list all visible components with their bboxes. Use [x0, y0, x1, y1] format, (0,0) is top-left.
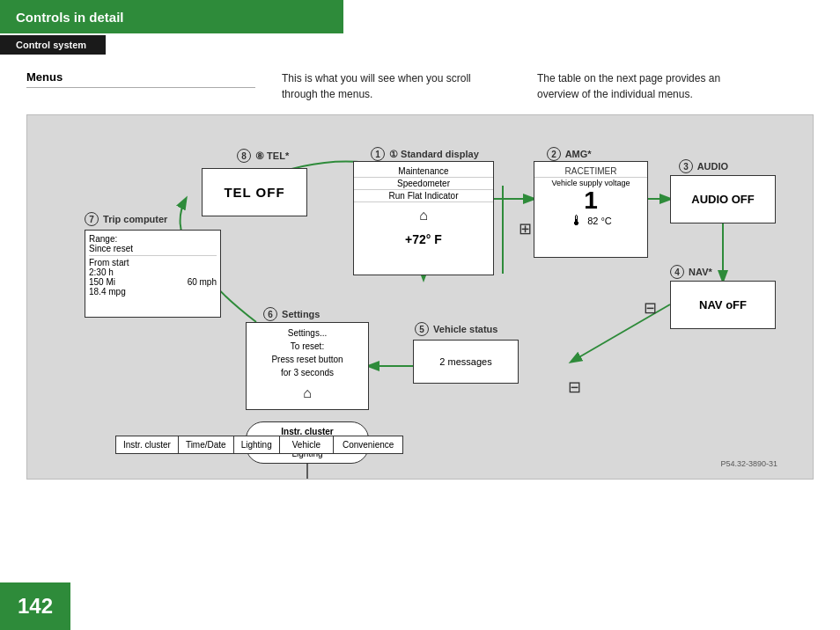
amg-label: 2 AMG* [547, 147, 592, 161]
amg-temp-val: 82 °C [587, 216, 612, 226]
trip-dist-row: 150 Mi 60 mph [89, 277, 217, 287]
nav-icon: ⊟ [644, 298, 657, 318]
upload-icon: ⊞ [519, 219, 532, 238]
std-row-flatindicator: Run Flat Indicator [354, 190, 493, 202]
header-title: Controls in detail [16, 10, 124, 25]
settings-text1: Settings... [247, 326, 368, 340]
tel-label: 8 ⑧ TEL* [237, 149, 289, 163]
audio-off-box: AUDIO OFF [670, 175, 776, 223]
menus-right-text: The table on the next page provides an o… [537, 70, 814, 102]
nav-off-box: NAV oFF [670, 281, 776, 329]
diagram-area: 8 ⑧ TEL* TEL OFF 1 ① Standard display Ma… [26, 114, 814, 480]
trip-inner: Range: Since reset From start 2:30 h 150… [85, 231, 220, 300]
audio-label: 3 AUDIO [679, 159, 728, 173]
submenu-convenience[interactable]: Convenience [334, 436, 403, 454]
tel-off-box: TEL OFF [202, 168, 307, 216]
vstatus-msg: 2 messages [439, 356, 491, 367]
settings-inner: Settings... To reset: Press reset button… [247, 323, 368, 404]
amg-num: 1 [584, 188, 598, 213]
menus-description: This is what you will see when you scrol… [282, 70, 537, 102]
settings-text3: Press reset button [247, 353, 368, 366]
submenu-vehicle[interactable]: Vehicle [280, 436, 334, 454]
trip-from: From start [89, 258, 217, 267]
amg-title: RACETIMER [534, 165, 647, 178]
page-number-box: 142 [0, 582, 70, 630]
trip-range: Range: Since reset [89, 234, 217, 256]
page-number: 142 [18, 594, 53, 619]
std-display-inner: Maintenance Speedometer Run Flat Indicat… [354, 162, 493, 246]
trip-mpg: 18.4 mpg [89, 287, 217, 297]
menus-line [26, 87, 255, 88]
settings-label: 6 Settings [263, 307, 320, 321]
memory-icon: ⊟ [568, 377, 581, 397]
menus-left: Menus [26, 70, 282, 102]
settings-box: Settings... To reset: Press reset button… [246, 322, 369, 410]
menus-desc1: This is what you will see when you scrol… [282, 72, 471, 84]
std-row-speedometer: Speedometer [354, 178, 493, 190]
amg-box: RACETIMER Vehicle supply voltage 1 🌡 82 … [534, 161, 648, 258]
audio-off-text: AUDIO OFF [691, 193, 755, 206]
house-icon-std: ⌂ [419, 208, 428, 223]
header-subtitle: Control system [16, 40, 86, 50]
nav-off-text: NAV oFF [699, 298, 747, 311]
amg-inner: RACETIMER Vehicle supply voltage 1 🌡 82 … [534, 162, 647, 229]
submenu-bar: Instr. cluster Time/Date Lighting Vehicl… [115, 436, 786, 454]
menus-desc2: through the menus. [282, 88, 372, 100]
settings-text4: for 3 seconds [247, 366, 368, 379]
submenu-lighting[interactable]: Lighting [234, 436, 280, 454]
menus-desc4: overview of the individual menus. [537, 88, 693, 100]
house-icon-settings: ⌂ [247, 383, 368, 404]
amg-temp-row: 🌡 82 °C [570, 213, 612, 229]
vstatus-box: 2 messages [413, 340, 519, 384]
trip-label: 7 Trip computer [85, 212, 167, 226]
submenu-timedate[interactable]: Time/Date [179, 436, 234, 454]
tel-off-text: TEL OFF [224, 185, 284, 200]
trip-box: Range: Since reset From start 2:30 h 150… [85, 230, 221, 318]
menus-label: Menus [26, 70, 282, 84]
trip-time-row: 2:30 h [89, 267, 217, 277]
header-black: Control system [0, 35, 106, 55]
std-display-box: Maintenance Speedometer Run Flat Indicat… [353, 161, 494, 275]
menus-section: Menus This is what you will see when you… [0, 55, 840, 102]
reference-number: P54.32-3890-31 [720, 459, 777, 468]
std-display-label: 1 ① Standard display [371, 147, 479, 161]
settings-text2: To reset: [247, 340, 368, 353]
menus-desc3: The table on the next page provides an [537, 72, 720, 84]
nav-label: 4 NAV* [670, 265, 712, 279]
std-temp: +72° F [405, 232, 442, 246]
submenu-instr[interactable]: Instr. cluster [115, 436, 179, 454]
std-row-maintenance: Maintenance [354, 165, 493, 178]
header-green: Controls in detail [0, 0, 343, 33]
